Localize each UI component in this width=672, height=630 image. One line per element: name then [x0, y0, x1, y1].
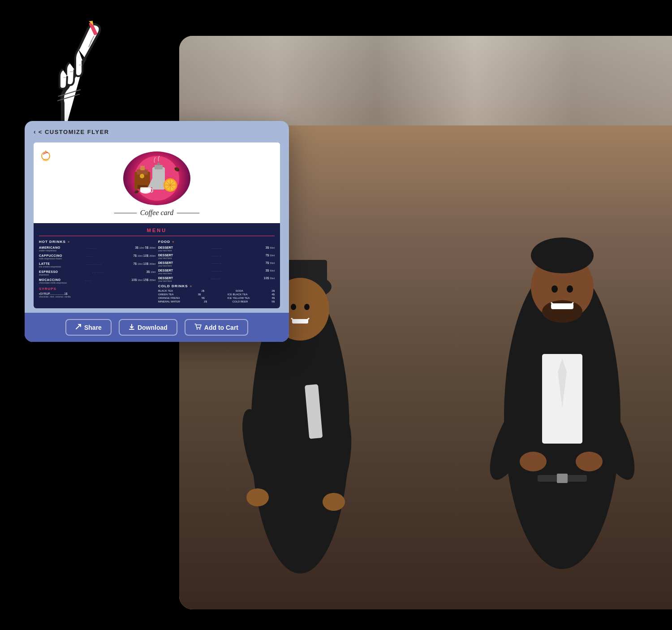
svg-point-21	[576, 452, 603, 471]
download-icon	[129, 324, 135, 331]
cold-drink-mineral: MINERAL WATER 2$ COLD BEER 5$	[158, 300, 275, 303]
coffee-bean-icon-food: ●	[172, 240, 175, 244]
hand-svg	[27, 13, 116, 139]
cart-icon	[194, 324, 202, 331]
menu-columns: HOT DRINKS ● AMERICANO water+espresso ..…	[39, 240, 275, 304]
dessert-item-2: DESSERT your text here ........... 7$ 50…	[158, 254, 275, 259]
food-column: FOOD ● DESSERT your text here ..........…	[158, 240, 275, 304]
hot-drinks-title: HOT DRINKS ●	[39, 240, 155, 244]
share-label: Share	[84, 324, 102, 331]
menu-item-mocaccino: MOCACCINO chocolate+milk+espresso ..... …	[39, 278, 155, 284]
download-button[interactable]: Download	[119, 319, 177, 336]
dessert-item-4: DESSERT your text here ........... 3$ 50…	[158, 269, 275, 275]
menu-item-latte: LATTE ice cream+espresso ............ 7$…	[39, 262, 155, 268]
svg-point-62	[199, 328, 200, 330]
flyer-panel: ‹ < CUSTOMIZE FLYER	[25, 121, 289, 342]
card-title-section: Coffee card	[40, 205, 273, 219]
svg-point-43	[140, 174, 144, 178]
customize-flyer-title: < CUSTOMIZE FLYER	[39, 129, 109, 135]
card-title-lines: Coffee card	[40, 209, 273, 217]
menu-item-cappuccino: CAPPUCCINO milk+espresso+foam ..... 7$ 1…	[39, 254, 155, 260]
svg-point-8	[323, 493, 345, 511]
coffee-card-title: Coffee card	[140, 209, 174, 217]
add-to-cart-button[interactable]: Add to Cart	[185, 319, 248, 336]
cart-label: Add to Cart	[204, 324, 238, 331]
food-title: FOOD ●	[158, 240, 275, 244]
syrup-item: •SYRUP..................1$	[39, 292, 155, 295]
dessert-item-3: DESSERT your text here ........... 7$ 50…	[158, 261, 275, 267]
svg-rect-11	[292, 319, 308, 324]
coffee-cup-icon	[39, 148, 52, 164]
svg-point-7	[246, 488, 269, 506]
svg-rect-42	[140, 166, 145, 170]
share-button[interactable]: Share	[65, 319, 112, 336]
coffee-card-preview: Coffee card MENU HOT DRINKS ●	[34, 142, 280, 308]
svg-rect-26	[557, 474, 568, 483]
svg-point-61	[196, 328, 198, 330]
menu-item-espresso: ESPRESSO espresso ......... 3$ 10ml	[39, 270, 155, 276]
syrup-desc: chocolate, mint, coconut, vanilla	[39, 295, 155, 298]
person-right-business	[461, 184, 663, 609]
cold-drink-black-tea: BLACK TEA 2$ SODA 2$	[158, 289, 275, 292]
svg-point-23	[567, 285, 573, 293]
dessert-item-1: DESSERT your text here ........... 3$ 50…	[158, 246, 275, 252]
svg-point-48	[157, 163, 160, 165]
action-bar: Share Download	[25, 313, 289, 342]
ceiling-decoration	[179, 36, 672, 125]
syrups-section: SYRUPS •SYRUP..................1$ chocol…	[39, 287, 155, 298]
share-icon	[75, 324, 82, 331]
download-label: Download	[138, 324, 168, 331]
card-menu-section: MENU HOT DRINKS ● AMERICANO water+espres	[34, 223, 280, 308]
coffee-illustration-circle	[123, 151, 190, 205]
svg-point-9	[291, 304, 296, 310]
cold-drinks-title: COLD DRINKS ●	[158, 284, 275, 288]
title-line-right	[177, 213, 199, 213]
svg-rect-56	[140, 187, 151, 192]
svg-point-22	[551, 285, 558, 293]
panel-header: ‹ < CUSTOMIZE FLYER	[25, 121, 289, 142]
syrups-title: SYRUPS	[39, 287, 155, 291]
card-top-section: Coffee card	[34, 142, 280, 223]
dessert-item-5: DESSERT your text here ........... 10$ 5…	[158, 276, 275, 282]
svg-rect-24	[551, 303, 573, 309]
svg-point-20	[520, 452, 547, 471]
menu-header: MENU	[39, 228, 275, 236]
coffee-bean-icon-cold: ●	[190, 284, 193, 288]
hot-drinks-column: HOT DRINKS ● AMERICANO water+espresso ..…	[39, 240, 155, 304]
cold-drink-green-tea: GREEN TEA 3$ ICE BLACK TEA 4$	[158, 293, 275, 296]
coffee-bean-icon-hot: ●	[68, 240, 70, 244]
svg-rect-47	[155, 165, 163, 169]
svg-point-37	[43, 159, 49, 161]
svg-point-10	[304, 304, 310, 310]
title-line-left	[114, 213, 137, 213]
svg-point-16	[531, 237, 594, 273]
back-arrow-icon[interactable]: ‹	[34, 128, 36, 135]
main-container: ‹ < CUSTOMIZE FLYER	[0, 0, 672, 630]
menu-item-americano: AMERICANO water+espresso ........ 3$ 10m…	[39, 246, 155, 252]
cold-drink-orange: ORANGE FRESH 5$ ICE YELLOW TEA 4$	[158, 297, 275, 299]
